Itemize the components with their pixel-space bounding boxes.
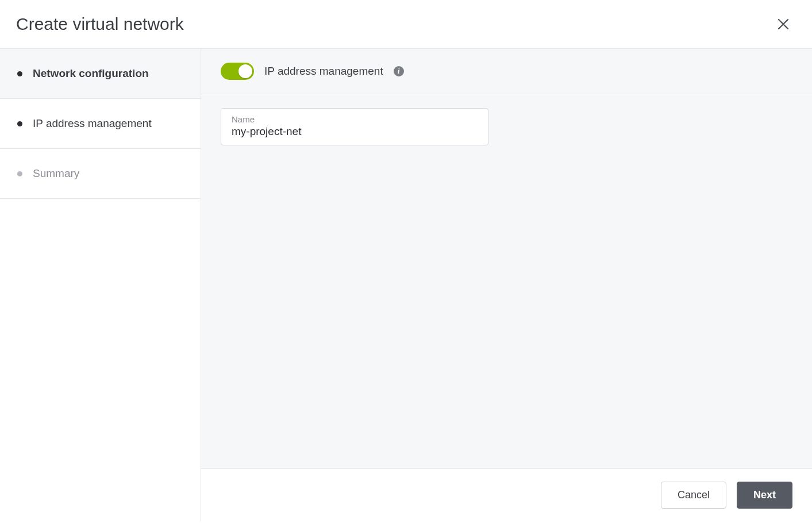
wizard-sidebar: Network configuration IP address managem… [0, 49, 201, 521]
sidebar-item-ip-address-management[interactable]: IP address management [0, 99, 201, 149]
wizard-footer: Cancel Next [201, 468, 812, 521]
cancel-button[interactable]: Cancel [661, 482, 726, 509]
name-field-container: Name [221, 108, 488, 145]
dialog-header: Create virtual network [0, 0, 812, 49]
ipam-toggle-label: IP address management [264, 65, 383, 78]
close-icon [776, 17, 790, 31]
bullet-icon [17, 71, 22, 76]
dialog-body: Network configuration IP address managem… [0, 49, 812, 521]
info-icon[interactable]: i [394, 66, 404, 76]
wizard-main: IP address management i Name Cancel Next [201, 49, 812, 521]
next-button[interactable]: Next [737, 482, 792, 509]
dialog-title: Create virtual network [16, 14, 184, 34]
name-input[interactable] [232, 125, 478, 138]
toggle-knob [238, 64, 252, 78]
sidebar-item-label: Summary [33, 167, 79, 180]
sidebar-item-label: IP address management [33, 117, 152, 130]
ipam-toggle-row: IP address management i [201, 49, 812, 94]
sidebar-item-network-configuration[interactable]: Network configuration [0, 49, 201, 99]
name-field-label: Name [232, 114, 478, 124]
close-button[interactable] [773, 14, 794, 34]
sidebar-item-label: Network configuration [33, 67, 149, 80]
sidebar-item-summary[interactable]: Summary [0, 149, 201, 199]
bullet-icon [17, 121, 22, 126]
form-content: Name [201, 94, 812, 468]
bullet-icon [17, 171, 22, 176]
ipam-toggle[interactable] [221, 63, 254, 80]
